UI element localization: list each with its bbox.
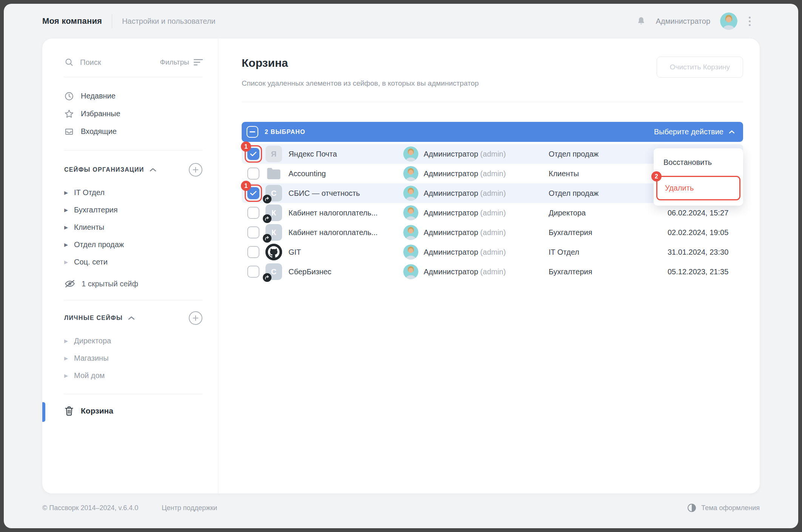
filters-button[interactable]: Фильтры: [160, 58, 203, 66]
org-vaults-section-header[interactable]: СЕЙФЫ ОРГАНИЗАЦИИ: [64, 163, 203, 177]
vault-item-label: Магазины: [74, 354, 109, 363]
vault-item[interactable]: ▶Директора: [64, 332, 203, 349]
org-vaults-title: СЕЙФЫ ОРГАНИЗАЦИИ: [64, 166, 144, 173]
item-vault: Отдел продаж: [549, 150, 668, 158]
table-row[interactable]: ССберБизнесАдминистратор (admin)Бухгалте…: [242, 262, 743, 281]
item-vault: Бухгалтерия: [549, 268, 668, 276]
item-name: Кабинет налогоплатель...: [288, 209, 401, 217]
sidebar-item-recent[interactable]: Недавние: [64, 87, 203, 105]
company-name: Моя компания: [42, 16, 102, 26]
item-date: 06.02.2024, 15:27: [668, 209, 743, 217]
annotation-badge: 1: [241, 141, 251, 152]
item-name: СБИС — отчетность: [288, 189, 401, 198]
table-row[interactable]: ККабинет налогоплатель...Администратор (…: [242, 203, 743, 223]
owner-login: (admin): [480, 268, 506, 276]
row-checkbox[interactable]: [245, 224, 262, 241]
nav-item-label: Избранные: [81, 109, 120, 118]
item-date: 31.01.2024, 23:30: [668, 248, 743, 257]
search-input[interactable]: [80, 58, 144, 67]
bell-icon[interactable]: [636, 16, 646, 26]
item-owner: Администратор (admin): [424, 169, 549, 178]
vault-item[interactable]: ▶Бухгалтерия: [64, 201, 203, 218]
owner-login: (admin): [480, 228, 506, 237]
row-checkbox[interactable]: 1: [245, 185, 262, 202]
nav-item-label: Входящие: [81, 127, 117, 136]
choose-action-button[interactable]: Выберите действие: [654, 128, 735, 136]
row-checkbox[interactable]: [245, 204, 262, 221]
sidebar-divider: [64, 300, 203, 300]
selection-count: 2 ВЫБРАНО: [265, 129, 305, 135]
item-icon: Я: [265, 146, 282, 162]
sidebar-item-favorites[interactable]: Избранные: [64, 105, 203, 123]
checkbox-icon: [247, 226, 259, 238]
item-owner: Администратор (admin): [424, 248, 549, 257]
vault-item[interactable]: ▶IT Отдел: [64, 184, 203, 201]
item-icon: С: [265, 185, 282, 201]
checkbox-icon: [247, 246, 259, 258]
main-panel: Корзина Список удаленных элементов из се…: [218, 38, 760, 494]
vault-item-label: Бухгалтерия: [74, 206, 118, 214]
sidebar-divider: [64, 394, 203, 394]
add-org-vault-button[interactable]: [188, 163, 203, 177]
owner-login: (admin): [480, 169, 506, 178]
vault-item[interactable]: ▶Соц. сети: [64, 253, 203, 271]
avatar: [403, 205, 418, 220]
menu-item-delete[interactable]: Удалить: [657, 177, 739, 199]
item-name: Кабинет налогоплатель...: [288, 228, 401, 237]
item-icon: К: [265, 224, 282, 241]
vault-item[interactable]: ▶Отдел продаж: [64, 236, 203, 253]
star-icon: [64, 109, 74, 119]
sidebar-item-inbox[interactable]: Входящие: [64, 123, 203, 140]
triangle-right-icon: ▶: [64, 242, 74, 248]
triangle-right-icon: ▶: [64, 224, 74, 230]
shortcut-icon: [263, 273, 271, 282]
breadcrumb[interactable]: Настройки и пользователи: [122, 17, 215, 26]
github-icon: [265, 244, 282, 260]
theme-label: Тема оформления: [701, 504, 760, 512]
delete-annotation: 2Удалить: [656, 176, 740, 200]
vault-item-label: Клиенты: [74, 223, 104, 232]
item-owner: Администратор (admin): [424, 150, 549, 158]
row-checkbox[interactable]: [245, 263, 262, 280]
item-vault: IT Отдел: [549, 248, 668, 257]
triangle-right-icon: ▶: [64, 259, 74, 265]
copyright: © Пассворк 2014–2024, v.6.4.0: [42, 504, 138, 512]
table-row[interactable]: GITАдминистратор (admin)IT Отдел31.01.20…: [242, 242, 743, 262]
shortcut-icon: [263, 214, 271, 223]
personal-vault-list: ▶Директора▶Магазины▶Мой дом: [64, 332, 203, 384]
row-checkbox[interactable]: [245, 243, 262, 261]
vault-item[interactable]: ▶Магазины: [64, 349, 203, 367]
footer: © Пассворк 2014–2024, v.6.4.0 Центр подд…: [42, 487, 760, 528]
trash-icon: [64, 406, 74, 416]
avatar: [403, 166, 418, 181]
more-menu-icon[interactable]: [747, 15, 752, 28]
sidebar-divider: [64, 150, 203, 151]
theme-icon: [688, 504, 696, 512]
item-date: 02.02.2024, 19:05: [668, 228, 743, 237]
clear-trash-button[interactable]: Очистить Корзину: [657, 57, 743, 78]
triangle-right-icon: ▶: [64, 373, 74, 378]
vault-item-label: Мой дом: [74, 371, 105, 380]
owner-login: (admin): [480, 150, 506, 158]
row-checkbox[interactable]: [245, 165, 262, 182]
content-card: Фильтры НедавниеИзбранныеВходящие СЕЙФЫ …: [42, 38, 760, 494]
hidden-vaults-button[interactable]: 1 скрытый сейф: [64, 279, 203, 289]
item-name: Accounting: [288, 169, 401, 178]
vault-item[interactable]: ▶Мой дом: [64, 367, 203, 384]
vault-item[interactable]: ▶Клиенты: [64, 218, 203, 236]
support-link[interactable]: Центр поддержки: [162, 504, 217, 512]
menu-item-restore[interactable]: Восстановить: [654, 152, 743, 173]
current-user[interactable]: Администратор: [656, 17, 710, 26]
item-icon: С: [265, 263, 282, 280]
personal-vaults-section-header[interactable]: ЛИЧНЫЕ СЕЙФЫ: [64, 311, 203, 325]
row-checkbox[interactable]: 1: [245, 145, 262, 163]
table-row[interactable]: ККабинет налогоплатель...Администратор (…: [242, 223, 743, 242]
owner-login: (admin): [480, 209, 506, 217]
select-all-checkbox[interactable]: [247, 126, 258, 138]
sidebar-item-trash[interactable]: Корзина: [64, 406, 203, 416]
avatar[interactable]: [720, 12, 737, 30]
theme-toggle[interactable]: Тема оформления: [688, 504, 760, 512]
add-personal-vault-button[interactable]: [188, 311, 203, 325]
owner-login: (admin): [480, 248, 506, 256]
filter-icon: [194, 58, 203, 66]
